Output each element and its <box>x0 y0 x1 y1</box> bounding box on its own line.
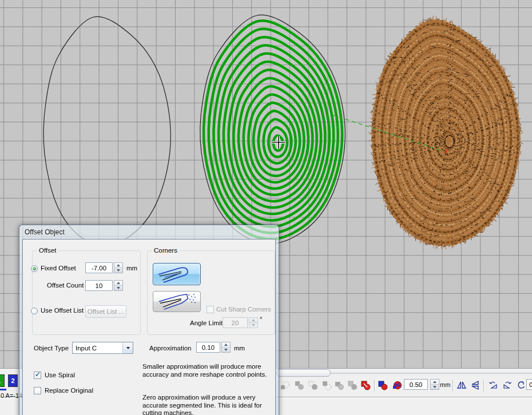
sharp-corners-icon <box>155 293 198 310</box>
offset-count-label: Offset Count <box>47 282 84 289</box>
stitch-length-unit: mm <box>440 381 450 388</box>
color-chip-1[interactable]: 1 <box>0 374 5 387</box>
rotate-reset-icon[interactable] <box>516 380 526 390</box>
approximation-spin-buttons[interactable] <box>221 342 231 353</box>
color-chip-2-label: 2 <box>11 377 14 384</box>
use-spiral-checkbox[interactable] <box>34 372 41 379</box>
fixed-offset-label: Fixed Offset <box>41 265 76 272</box>
rotation-angle-input[interactable] <box>526 379 532 390</box>
fixed-offset-unit: mm <box>126 265 137 272</box>
rounded-corners-button[interactable] <box>153 263 201 285</box>
approximation-unit: mm <box>234 345 245 352</box>
angle-limit-spin <box>223 317 258 328</box>
object-type-value: Input C <box>73 342 122 353</box>
approximation-input[interactable] <box>196 342 220 353</box>
cut-sharp-corners-checkbox <box>207 306 214 313</box>
shaping-trim-icon <box>294 380 304 390</box>
mirror-vertical-icon[interactable] <box>470 380 481 390</box>
shaping-intersect-icon <box>308 380 318 390</box>
shaping-front-minus-back-icon <box>334 380 344 390</box>
overlap-objects-icon[interactable] <box>378 380 388 390</box>
offset-list-button-label: Offset List ... <box>88 308 124 315</box>
corners-group-label: Corners <box>152 247 179 254</box>
mirror-horizontal-icon[interactable] <box>456 380 467 390</box>
use-offset-list-label: Use Offset List <box>41 307 84 314</box>
stitch-length-spinner[interactable] <box>430 379 439 390</box>
offset-object-dialog: Offset Object Offset Fixed Offset mm Off… <box>19 225 279 415</box>
toolbar-separator <box>452 380 454 392</box>
dialog-body: Offset Fixed Offset mm Offset Count Use … <box>22 239 276 415</box>
cut-sharp-corners-label: Cut Sharp Corners <box>216 306 271 313</box>
shaping-simplify-icon <box>321 380 332 390</box>
object-type-label: Object Type <box>34 345 69 352</box>
angle-limit-unit: ° <box>260 316 263 322</box>
stitch-length-input[interactable] <box>404 379 428 390</box>
object-type-combobox[interactable]: Input C <box>72 342 133 354</box>
hscrollbar-thumb[interactable] <box>276 369 331 377</box>
offset-group-label: Offset <box>37 247 58 254</box>
approximation-note-2: Zero approximation will produce a very a… <box>142 394 269 415</box>
selected-color-indicator <box>0 389 6 390</box>
replace-original-checkbox[interactable] <box>34 387 41 394</box>
application-window: { "dialog": { "title": "Offset Object", … <box>0 0 532 415</box>
angle-limit-spin-buttons <box>249 317 258 328</box>
color-chip-2[interactable]: 2 <box>8 374 18 387</box>
shaping-back-minus-front-icon <box>347 380 358 390</box>
rounded-corners-icon <box>155 265 198 284</box>
toolbar-separator <box>483 380 485 392</box>
offset-count-spin-buttons[interactable] <box>114 280 123 291</box>
fixed-offset-radio[interactable] <box>31 265 38 272</box>
fixed-offset-input[interactable] <box>85 262 113 273</box>
shaping-weld-icon <box>280 380 290 390</box>
use-spiral-label: Use Spiral <box>45 372 75 378</box>
offset-list-button: Offset List ... <box>85 305 126 318</box>
color-chip-1-label: 1 <box>0 377 1 384</box>
dialog-title: Offset Object <box>25 228 65 236</box>
approximation-label: Approximation <box>149 345 192 352</box>
angle-limit-label: Angle Limit <box>190 320 223 326</box>
chevron-down-icon[interactable] <box>122 342 133 353</box>
fixed-offset-spin <box>85 262 123 273</box>
pattern-overlap-icon[interactable] <box>392 380 402 390</box>
fixed-offset-spin-buttons[interactable] <box>114 262 123 273</box>
dialog-titlebar[interactable]: Offset Object <box>19 225 279 239</box>
offset-count-spin <box>85 280 123 291</box>
rotate-ccw-icon[interactable] <box>488 380 498 390</box>
angle-limit-input <box>223 317 248 328</box>
approximation-spin <box>196 342 231 353</box>
shaping-combine-icon[interactable] <box>360 380 371 390</box>
offset-count-input[interactable] <box>85 280 113 291</box>
replace-original-label: Replace Original <box>45 387 93 394</box>
use-offset-list-radio[interactable] <box>31 308 38 314</box>
toolbar-separator <box>374 380 375 392</box>
sharp-corners-button[interactable] <box>153 291 201 312</box>
approximation-note-1: Smaller approximation will produce more … <box>142 363 269 378</box>
rotate-cw-icon[interactable] <box>502 380 513 390</box>
